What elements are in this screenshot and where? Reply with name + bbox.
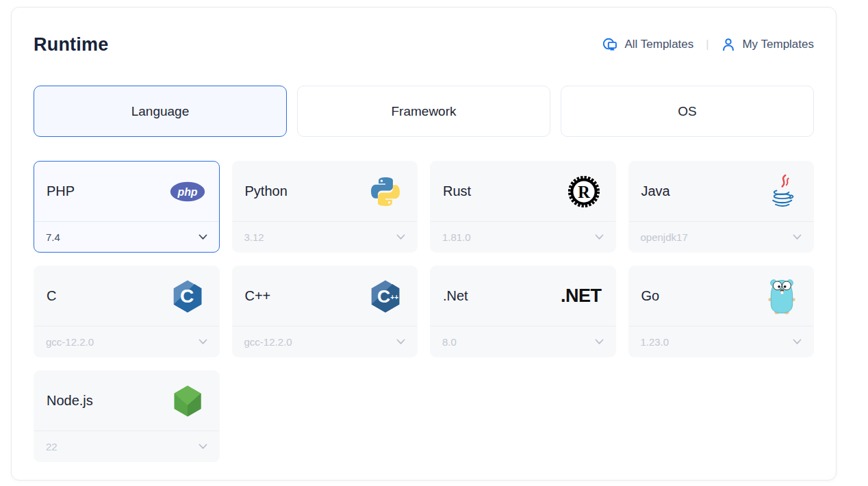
user-icon [721, 37, 736, 52]
cpp-version-select[interactable]: gcc-12.2.0 [233, 326, 418, 357]
tab-os-label: OS [678, 104, 696, 119]
card-php[interactable]: PHP php 7.4 [34, 161, 220, 253]
all-templates-label: All Templates [624, 38, 693, 51]
card-go-top: Go [629, 266, 814, 326]
svg-text:php: php [177, 186, 197, 197]
page-title: Runtime [34, 34, 108, 55]
card-cpp-top: C++ C ++ [233, 266, 418, 326]
card-php-name: PHP [47, 183, 75, 199]
chevron-down-icon [199, 339, 207, 345]
go-version-select[interactable]: 1.23.0 [629, 326, 814, 357]
tab-language-label: Language [131, 104, 190, 119]
chevron-down-icon [595, 339, 604, 345]
python-version-value: 3.12 [244, 231, 264, 243]
card-python-top: Python [233, 162, 418, 221]
card-java[interactable]: Java openjdk17 [628, 161, 815, 253]
go-version-value: 1.23.0 [641, 336, 669, 348]
dotnet-version-select[interactable]: 8.0 [431, 326, 615, 357]
card-go[interactable]: Go [628, 266, 815, 357]
card-java-name: Java [641, 183, 670, 199]
svg-text:C: C [180, 285, 194, 307]
category-tabs: Language Framework OS [34, 86, 814, 137]
card-go-name: Go [641, 288, 660, 304]
my-templates-link[interactable]: My Templates [721, 37, 814, 52]
card-python-name: Python [245, 183, 288, 199]
python-version-select[interactable]: 3.12 [233, 221, 418, 252]
card-dotnet-top: .Net .NET [431, 266, 615, 326]
go-icon [764, 279, 800, 314]
chevron-down-icon [396, 339, 405, 345]
c-version-value: gcc-12.2.0 [46, 336, 94, 348]
links-separator: | [706, 38, 709, 51]
card-php-top: PHP php [34, 162, 219, 221]
card-cpp-name: C++ [245, 288, 271, 304]
card-c-name: C [47, 288, 56, 304]
c-icon: C [170, 279, 205, 314]
browse-templates-icon [602, 37, 618, 53]
dotnet-version-value: 8.0 [442, 336, 457, 348]
chevron-down-icon [793, 339, 802, 345]
dotnet-icon: .NET [561, 279, 602, 314]
cpp-version-value: gcc-12.2.0 [244, 336, 292, 348]
card-nodejs[interactable]: Node.js 22 [34, 370, 220, 462]
nodejs-version-value: 22 [46, 441, 58, 452]
header-links: All Templates | My Templates [602, 37, 814, 53]
svg-text:C: C [377, 286, 390, 307]
card-java-top: Java [629, 162, 814, 221]
runtime-panel: Runtime All Templates | [11, 7, 837, 481]
card-cpp[interactable]: C++ C ++ gcc-12.2.0 [232, 266, 418, 357]
header-row: Runtime All Templates | [34, 32, 814, 57]
tab-framework[interactable]: Framework [297, 86, 550, 137]
cpp-icon: C ++ [368, 279, 403, 314]
php-version-select[interactable]: 7.4 [34, 221, 219, 252]
nodejs-icon [170, 383, 205, 419]
c-version-select[interactable]: gcc-12.2.0 [34, 326, 219, 357]
nodejs-version-select[interactable]: 22 [34, 431, 219, 461]
php-icon: php [170, 174, 205, 209]
python-icon [368, 174, 403, 209]
card-dotnet[interactable]: .Net .NET 8.0 [430, 266, 616, 357]
chevron-down-icon [199, 234, 207, 240]
chevron-down-icon [396, 234, 405, 240]
card-dotnet-name: .Net [443, 288, 468, 304]
card-python[interactable]: Python 3.12 [232, 161, 418, 253]
all-templates-link[interactable]: All Templates [602, 37, 693, 53]
svg-text:R: R [578, 182, 590, 201]
my-templates-label: My Templates [742, 38, 814, 51]
card-c[interactable]: C C gcc-12.2.0 [34, 266, 220, 357]
chevron-down-icon [199, 444, 207, 450]
chevron-down-icon [595, 234, 604, 240]
java-version-value: openjdk17 [641, 231, 688, 243]
rust-version-select[interactable]: 1.81.0 [431, 221, 615, 252]
java-version-select[interactable]: openjdk17 [629, 221, 814, 252]
tab-framework-label: Framework [391, 104, 456, 119]
rust-version-value: 1.81.0 [442, 231, 471, 243]
card-rust[interactable]: Rust R 1.81.0 [430, 161, 616, 253]
java-icon [764, 174, 800, 209]
card-rust-top: Rust R [431, 162, 615, 221]
card-nodejs-name: Node.js [47, 393, 93, 409]
rust-icon: R [566, 174, 602, 209]
chevron-down-icon [793, 234, 802, 240]
card-rust-name: Rust [443, 183, 471, 199]
php-version-value: 7.4 [46, 231, 60, 243]
card-nodejs-top: Node.js [34, 371, 219, 431]
svg-text:++: ++ [390, 294, 398, 301]
language-grid: PHP php 7.4 Python [34, 161, 814, 462]
card-c-top: C C [34, 266, 219, 326]
tab-language[interactable]: Language [34, 86, 287, 137]
tab-os[interactable]: OS [561, 86, 814, 137]
